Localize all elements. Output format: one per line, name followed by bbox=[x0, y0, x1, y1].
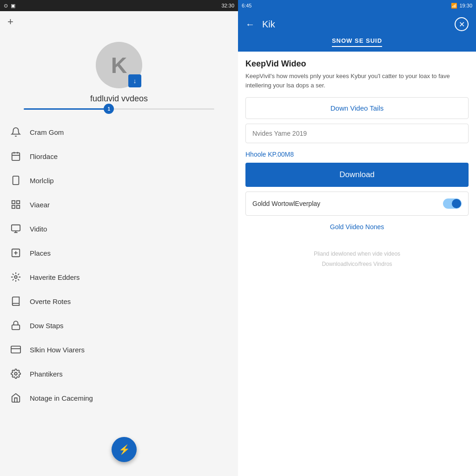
app-bar: ← Kik ✕ bbox=[238, 11, 476, 37]
svg-point-16 bbox=[14, 276, 17, 278]
right-content: KeepVid Wideo KeepVivil's how movels pnl… bbox=[238, 52, 476, 476]
add-button[interactable]: + bbox=[7, 16, 13, 28]
video-name-input[interactable] bbox=[245, 124, 469, 143]
nav-item-viaear[interactable]: Viaear bbox=[0, 192, 238, 217]
nav-item-overte-rotes[interactable]: Overte Rotes bbox=[0, 289, 238, 313]
app-bar-title: Kik bbox=[262, 19, 455, 30]
svg-rect-0 bbox=[12, 153, 20, 161]
left-status-bar: ⊙ ▣ 32:30 bbox=[0, 0, 238, 11]
nav-item-dow-staps[interactable]: Dow Staps bbox=[0, 313, 238, 337]
tab-label[interactable]: SNOW SE SUID bbox=[332, 37, 382, 47]
nav-label: Vidito bbox=[30, 225, 47, 233]
nav-item-phantikers[interactable]: Phantikers bbox=[0, 362, 238, 386]
nav-label: Phantikers bbox=[30, 370, 63, 378]
left-time: 32:30 bbox=[18, 3, 234, 8]
svg-rect-10 bbox=[12, 225, 20, 231]
footer-text: Pliand idewloned when vide videos Downlo… bbox=[245, 249, 469, 269]
right-status-bar: 6:45 📶 19:30 bbox=[238, 0, 476, 11]
svg-rect-8 bbox=[12, 205, 15, 208]
svg-rect-18 bbox=[11, 346, 20, 353]
toggle-row: Goldd WortowlEverplay bbox=[245, 192, 469, 216]
nav-item-cram-gom[interactable]: Cram Gom bbox=[0, 120, 238, 144]
nav-label: Places bbox=[30, 249, 51, 257]
nav-label: Overte Rotes bbox=[30, 298, 71, 305]
action-link-button[interactable]: Down Video Tails bbox=[245, 97, 469, 119]
gear-icon bbox=[9, 367, 22, 380]
progress-thumb[interactable]: 1 bbox=[104, 104, 114, 114]
close-button[interactable]: ✕ bbox=[455, 17, 469, 31]
progress-track bbox=[24, 108, 214, 110]
nav-item-places[interactable]: Places bbox=[0, 241, 238, 265]
grid-icon bbox=[9, 198, 22, 211]
book-icon bbox=[9, 295, 22, 308]
battery-label: 6:45 bbox=[242, 3, 251, 8]
calendar-icon bbox=[9, 150, 22, 163]
nav-label: Morlclip bbox=[30, 177, 54, 185]
nav-list: Cram Gom Пiordace Morlclip Viaear bbox=[0, 116, 238, 439]
nav-item-piordace[interactable]: Пiordace bbox=[0, 144, 238, 168]
nav-label: Slkin How Viarers bbox=[30, 346, 85, 354]
toggle-label: Goldd WortowlEverplay bbox=[252, 200, 320, 207]
nav-label: Viaear bbox=[30, 201, 50, 209]
plus-square-icon bbox=[9, 246, 22, 259]
fab-button[interactable]: ⚡ bbox=[112, 437, 137, 462]
card-description: KeepVivil's how movels pnly your kees Ky… bbox=[245, 72, 469, 90]
left-panel: + K ↓ fudluvid vvdeos 1 Cram Gom bbox=[0, 11, 238, 476]
nav-label: Пiordace bbox=[30, 152, 58, 160]
avatar-section: K ↓ fudluvid vvdeos 1 bbox=[0, 33, 238, 116]
nav-label: Dow Staps bbox=[30, 322, 64, 330]
nav-label: Cram Gom bbox=[30, 128, 64, 136]
progress-bar: 1 bbox=[24, 108, 214, 110]
back-button[interactable]: ← bbox=[245, 19, 255, 30]
nav-item-slkin-how-viarers[interactable]: Slkin How Viarers bbox=[0, 337, 238, 362]
home-icon bbox=[9, 391, 22, 404]
svg-rect-17 bbox=[12, 325, 20, 330]
right-panel: ← Kik ✕ SNOW SE SUID KeepVid Wideo KeepV… bbox=[238, 11, 476, 476]
footer-line-2: Downloadlvico/frees Vindros bbox=[245, 259, 469, 270]
download-button[interactable]: Download bbox=[245, 163, 469, 187]
monitor-icon bbox=[9, 222, 22, 235]
nav-label: Notage in Caceming bbox=[30, 394, 93, 402]
tablet-icon bbox=[9, 174, 22, 187]
nav-item-morlclip[interactable]: Morlclip bbox=[0, 168, 238, 192]
nav-item-notage-in-caceming[interactable]: Notage in Caceming bbox=[0, 386, 238, 410]
svg-rect-6 bbox=[12, 201, 15, 204]
svg-point-20 bbox=[14, 372, 17, 375]
right-time: 19:30 bbox=[459, 3, 472, 8]
left-header: + bbox=[0, 11, 238, 33]
footer-line-1: Pliand idewloned when vide videos bbox=[245, 249, 469, 259]
toggle-knob bbox=[452, 199, 461, 208]
lock-icon bbox=[9, 319, 22, 332]
size-label[interactable]: Hhoole KP.00M8 bbox=[245, 151, 469, 158]
avatar: K ↓ bbox=[96, 42, 142, 88]
tab-bar: SNOW SE SUID bbox=[238, 37, 476, 52]
credit-card-icon bbox=[9, 343, 22, 356]
action-link-label: Down Video Tails bbox=[331, 104, 384, 112]
username-label: fudluvid vvdeos bbox=[90, 94, 148, 104]
toggle-switch[interactable] bbox=[443, 198, 462, 209]
nav-label: Haverite Edders bbox=[30, 273, 80, 281]
nav-item-haverite-edders[interactable]: Haverite Edders bbox=[0, 265, 238, 289]
nav-item-vidito[interactable]: Vidito bbox=[0, 217, 238, 241]
progress-fill bbox=[24, 108, 109, 110]
bell-icon bbox=[9, 126, 22, 139]
settings-ring-icon bbox=[9, 271, 22, 284]
bottom-link[interactable]: Gold Viideo Nones bbox=[245, 223, 469, 231]
card-title: KeepVid Wideo bbox=[245, 59, 469, 69]
svg-rect-7 bbox=[17, 201, 20, 204]
avatar-download-button[interactable]: ↓ bbox=[128, 74, 141, 87]
svg-rect-9 bbox=[17, 205, 20, 208]
